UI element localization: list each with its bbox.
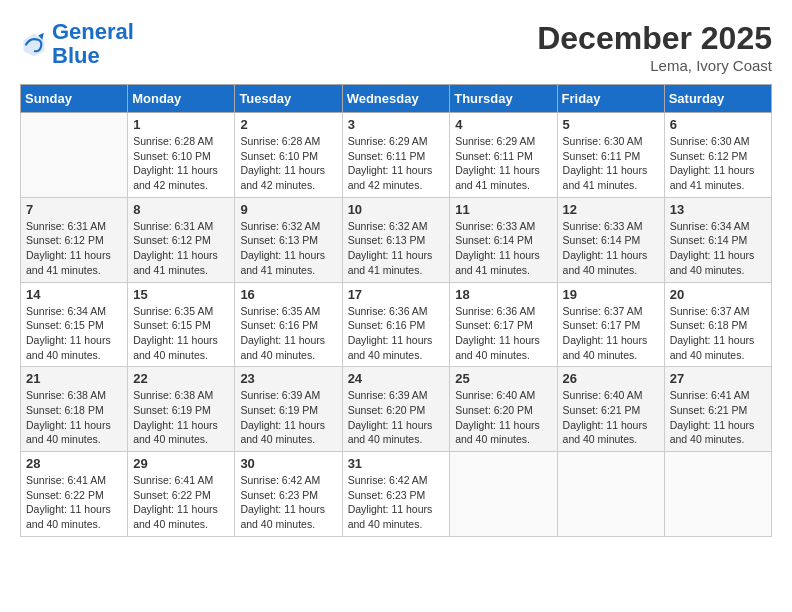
- day-cell: 8Sunrise: 6:31 AMSunset: 6:12 PMDaylight…: [128, 197, 235, 282]
- day-info: Sunrise: 6:30 AMSunset: 6:11 PMDaylight:…: [563, 134, 659, 193]
- logo-line2: Blue: [52, 43, 100, 68]
- day-info: Sunrise: 6:34 AMSunset: 6:14 PMDaylight:…: [670, 219, 766, 278]
- day-info: Sunrise: 6:41 AMSunset: 6:21 PMDaylight:…: [670, 388, 766, 447]
- day-info: Sunrise: 6:35 AMSunset: 6:15 PMDaylight:…: [133, 304, 229, 363]
- day-cell: 17Sunrise: 6:36 AMSunset: 6:16 PMDayligh…: [342, 282, 450, 367]
- day-number: 5: [563, 117, 659, 132]
- day-cell: 20Sunrise: 6:37 AMSunset: 6:18 PMDayligh…: [664, 282, 771, 367]
- day-number: 12: [563, 202, 659, 217]
- day-number: 2: [240, 117, 336, 132]
- day-number: 27: [670, 371, 766, 386]
- day-number: 18: [455, 287, 551, 302]
- week-row-5: 28Sunrise: 6:41 AMSunset: 6:22 PMDayligh…: [21, 452, 772, 537]
- day-info: Sunrise: 6:33 AMSunset: 6:14 PMDaylight:…: [563, 219, 659, 278]
- logo-line1: General: [52, 19, 134, 44]
- day-number: 17: [348, 287, 445, 302]
- day-info: Sunrise: 6:29 AMSunset: 6:11 PMDaylight:…: [455, 134, 551, 193]
- day-number: 1: [133, 117, 229, 132]
- day-info: Sunrise: 6:40 AMSunset: 6:21 PMDaylight:…: [563, 388, 659, 447]
- day-cell: 27Sunrise: 6:41 AMSunset: 6:21 PMDayligh…: [664, 367, 771, 452]
- weekday-friday: Friday: [557, 85, 664, 113]
- day-info: Sunrise: 6:35 AMSunset: 6:16 PMDaylight:…: [240, 304, 336, 363]
- day-cell: [21, 113, 128, 198]
- calendar-table: SundayMondayTuesdayWednesdayThursdayFrid…: [20, 84, 772, 537]
- day-info: Sunrise: 6:31 AMSunset: 6:12 PMDaylight:…: [26, 219, 122, 278]
- day-cell: 22Sunrise: 6:38 AMSunset: 6:19 PMDayligh…: [128, 367, 235, 452]
- day-number: 19: [563, 287, 659, 302]
- day-cell: 2Sunrise: 6:28 AMSunset: 6:10 PMDaylight…: [235, 113, 342, 198]
- day-cell: 31Sunrise: 6:42 AMSunset: 6:23 PMDayligh…: [342, 452, 450, 537]
- day-number: 20: [670, 287, 766, 302]
- day-cell: 9Sunrise: 6:32 AMSunset: 6:13 PMDaylight…: [235, 197, 342, 282]
- day-number: 15: [133, 287, 229, 302]
- day-number: 11: [455, 202, 551, 217]
- day-number: 26: [563, 371, 659, 386]
- page-header: General Blue December 2025 Lema, Ivory C…: [20, 20, 772, 74]
- day-info: Sunrise: 6:36 AMSunset: 6:17 PMDaylight:…: [455, 304, 551, 363]
- day-cell: 29Sunrise: 6:41 AMSunset: 6:22 PMDayligh…: [128, 452, 235, 537]
- weekday-monday: Monday: [128, 85, 235, 113]
- day-info: Sunrise: 6:32 AMSunset: 6:13 PMDaylight:…: [240, 219, 336, 278]
- logo-text: General Blue: [52, 20, 134, 68]
- day-cell: 19Sunrise: 6:37 AMSunset: 6:17 PMDayligh…: [557, 282, 664, 367]
- title-block: December 2025 Lema, Ivory Coast: [537, 20, 772, 74]
- day-number: 25: [455, 371, 551, 386]
- day-number: 3: [348, 117, 445, 132]
- day-info: Sunrise: 6:37 AMSunset: 6:18 PMDaylight:…: [670, 304, 766, 363]
- day-cell: 6Sunrise: 6:30 AMSunset: 6:12 PMDaylight…: [664, 113, 771, 198]
- day-cell: 1Sunrise: 6:28 AMSunset: 6:10 PMDaylight…: [128, 113, 235, 198]
- week-row-1: 1Sunrise: 6:28 AMSunset: 6:10 PMDaylight…: [21, 113, 772, 198]
- day-cell: 11Sunrise: 6:33 AMSunset: 6:14 PMDayligh…: [450, 197, 557, 282]
- day-number: 13: [670, 202, 766, 217]
- day-number: 21: [26, 371, 122, 386]
- day-cell: 15Sunrise: 6:35 AMSunset: 6:15 PMDayligh…: [128, 282, 235, 367]
- weekday-wednesday: Wednesday: [342, 85, 450, 113]
- day-cell: 7Sunrise: 6:31 AMSunset: 6:12 PMDaylight…: [21, 197, 128, 282]
- day-info: Sunrise: 6:38 AMSunset: 6:18 PMDaylight:…: [26, 388, 122, 447]
- day-info: Sunrise: 6:36 AMSunset: 6:16 PMDaylight:…: [348, 304, 445, 363]
- day-cell: 5Sunrise: 6:30 AMSunset: 6:11 PMDaylight…: [557, 113, 664, 198]
- day-info: Sunrise: 6:33 AMSunset: 6:14 PMDaylight:…: [455, 219, 551, 278]
- day-info: Sunrise: 6:30 AMSunset: 6:12 PMDaylight:…: [670, 134, 766, 193]
- day-info: Sunrise: 6:38 AMSunset: 6:19 PMDaylight:…: [133, 388, 229, 447]
- day-info: Sunrise: 6:28 AMSunset: 6:10 PMDaylight:…: [240, 134, 336, 193]
- day-cell: [664, 452, 771, 537]
- day-number: 29: [133, 456, 229, 471]
- day-info: Sunrise: 6:39 AMSunset: 6:19 PMDaylight:…: [240, 388, 336, 447]
- weekday-sunday: Sunday: [21, 85, 128, 113]
- day-info: Sunrise: 6:42 AMSunset: 6:23 PMDaylight:…: [348, 473, 445, 532]
- day-number: 30: [240, 456, 336, 471]
- day-number: 8: [133, 202, 229, 217]
- day-cell: 10Sunrise: 6:32 AMSunset: 6:13 PMDayligh…: [342, 197, 450, 282]
- weekday-thursday: Thursday: [450, 85, 557, 113]
- day-cell: 12Sunrise: 6:33 AMSunset: 6:14 PMDayligh…: [557, 197, 664, 282]
- day-cell: [450, 452, 557, 537]
- day-info: Sunrise: 6:39 AMSunset: 6:20 PMDaylight:…: [348, 388, 445, 447]
- day-cell: 30Sunrise: 6:42 AMSunset: 6:23 PMDayligh…: [235, 452, 342, 537]
- day-cell: 14Sunrise: 6:34 AMSunset: 6:15 PMDayligh…: [21, 282, 128, 367]
- weekday-header-row: SundayMondayTuesdayWednesdayThursdayFrid…: [21, 85, 772, 113]
- day-info: Sunrise: 6:41 AMSunset: 6:22 PMDaylight:…: [133, 473, 229, 532]
- day-cell: 18Sunrise: 6:36 AMSunset: 6:17 PMDayligh…: [450, 282, 557, 367]
- day-number: 4: [455, 117, 551, 132]
- week-row-2: 7Sunrise: 6:31 AMSunset: 6:12 PMDaylight…: [21, 197, 772, 282]
- logo: General Blue: [20, 20, 134, 68]
- day-number: 23: [240, 371, 336, 386]
- day-cell: 23Sunrise: 6:39 AMSunset: 6:19 PMDayligh…: [235, 367, 342, 452]
- day-info: Sunrise: 6:37 AMSunset: 6:17 PMDaylight:…: [563, 304, 659, 363]
- day-info: Sunrise: 6:40 AMSunset: 6:20 PMDaylight:…: [455, 388, 551, 447]
- calendar-body: 1Sunrise: 6:28 AMSunset: 6:10 PMDaylight…: [21, 113, 772, 537]
- day-info: Sunrise: 6:42 AMSunset: 6:23 PMDaylight:…: [240, 473, 336, 532]
- day-info: Sunrise: 6:32 AMSunset: 6:13 PMDaylight:…: [348, 219, 445, 278]
- day-number: 22: [133, 371, 229, 386]
- day-info: Sunrise: 6:31 AMSunset: 6:12 PMDaylight:…: [133, 219, 229, 278]
- day-cell: 4Sunrise: 6:29 AMSunset: 6:11 PMDaylight…: [450, 113, 557, 198]
- day-info: Sunrise: 6:41 AMSunset: 6:22 PMDaylight:…: [26, 473, 122, 532]
- week-row-3: 14Sunrise: 6:34 AMSunset: 6:15 PMDayligh…: [21, 282, 772, 367]
- day-number: 31: [348, 456, 445, 471]
- weekday-saturday: Saturday: [664, 85, 771, 113]
- day-cell: 21Sunrise: 6:38 AMSunset: 6:18 PMDayligh…: [21, 367, 128, 452]
- day-cell: [557, 452, 664, 537]
- day-number: 16: [240, 287, 336, 302]
- day-cell: 28Sunrise: 6:41 AMSunset: 6:22 PMDayligh…: [21, 452, 128, 537]
